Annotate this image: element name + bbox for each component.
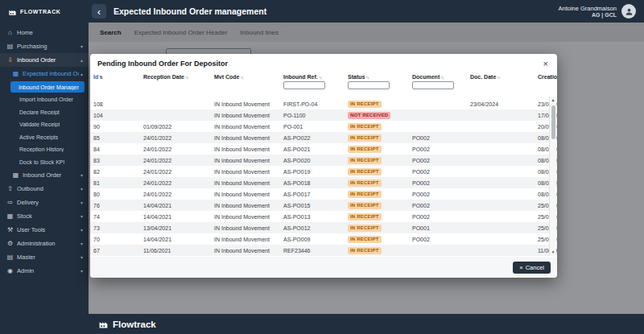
sort-icon[interactable]: ↑↓ xyxy=(319,75,322,80)
cell-inbound_ref: AS-PO021 xyxy=(280,143,345,155)
sidebar-item-master[interactable]: ▤Master▾ xyxy=(0,250,89,264)
cell-document: PO002 xyxy=(409,166,467,177)
back-button[interactable]: ‹ xyxy=(92,4,106,19)
cell-status: IN RECEIPT xyxy=(345,245,409,256)
sidebar-item-inbound-order[interactable]: ⇩Inbound Order▴ xyxy=(0,53,89,67)
cell-inbound_ref: AS-PO015 xyxy=(280,200,345,211)
sort-icon[interactable]: ⇅ xyxy=(99,75,102,80)
filter-input-document[interactable] xyxy=(412,81,454,89)
outbound-icon: ⇧ xyxy=(6,185,14,192)
cell-document: PO001 xyxy=(409,222,467,233)
cell-doc_date xyxy=(467,177,535,188)
sidebar-item-home[interactable]: ⌂Home xyxy=(0,26,89,39)
sidebar-item-active-receipts[interactable]: Active Receipts xyxy=(0,131,89,144)
table-row[interactable]: 7414/04/2021IN Inbound MovementAS-PO013I… xyxy=(90,211,557,222)
sort-icon[interactable]: ↑↓ xyxy=(185,75,188,80)
cell-status: IN RECEIPT xyxy=(345,155,409,166)
cell-document: PO002 xyxy=(409,233,467,245)
table-row[interactable]: 7614/04/2021IN Inbound MovementAS-PO015I… xyxy=(90,200,557,211)
column-header-inbound-ref[interactable]: Inbound Ref.↑↓ xyxy=(280,72,345,98)
sidebar-item-declare-receipt[interactable]: Declare Receipt xyxy=(0,106,89,119)
sidebar-item-import-inbound-order[interactable]: Import Inbound Order xyxy=(0,93,89,106)
sort-icon[interactable]: ↑↓ xyxy=(497,75,500,80)
pending-inbound-order-modal: Pending Inbound Order For Depositor × Id… xyxy=(90,54,557,278)
sidebar-item-label: Admin xyxy=(17,267,34,274)
chevron-down-icon: ▾ xyxy=(79,186,83,192)
avatar[interactable] xyxy=(621,4,636,19)
purchasing-icon: ▤ xyxy=(6,43,14,50)
scrollbar-track[interactable] xyxy=(550,104,556,249)
table-row[interactable]: 8524/01/2022IN Inbound MovementAS-PO022I… xyxy=(90,132,557,143)
sidebar-item-administration[interactable]: ⚙Administration▾ xyxy=(0,237,89,250)
column-header-status[interactable]: Status↑↓ xyxy=(345,72,409,98)
scroll-down-icon[interactable]: ▼ xyxy=(551,249,555,256)
sidebar-item-expected-inbound-order[interactable]: ▦Expected Inbound Order▴ xyxy=(0,67,89,80)
cell-reception_date: 24/01/2022 xyxy=(140,155,211,166)
scroll-up-icon[interactable]: ▲ xyxy=(551,97,555,104)
sidebar-item-reception-history[interactable]: Reception History xyxy=(0,143,89,156)
column-header-doc-date[interactable]: Doc. Date↑↓ xyxy=(467,72,535,98)
brand[interactable]: FLOWTRACK xyxy=(0,7,89,16)
table-row[interactable]: 108IN Inbound MovementFIRST-PO-04IN RECE… xyxy=(90,98,557,109)
sidebar-item-admin[interactable]: ◉Admin▾ xyxy=(0,264,89,278)
page-title: Expected Inbound Order management xyxy=(114,6,266,16)
column-label: Mvt Code xyxy=(214,74,240,80)
cell-document xyxy=(409,98,467,109)
scrollbar-thumb[interactable] xyxy=(551,105,555,139)
sidebar-item-purchasing[interactable]: ▤Purchasing▾ xyxy=(0,39,89,53)
status-badge: IN RECEIPT xyxy=(348,168,382,175)
column-header-reception-date[interactable]: Reception Date↑↓ xyxy=(140,72,211,98)
chevron-left-icon: ‹ xyxy=(97,6,101,18)
chevron-up-icon: ▴ xyxy=(79,57,83,63)
cancel-button[interactable]: × Cancel xyxy=(513,262,551,274)
column-label: Doc. Date xyxy=(470,74,496,80)
table-row[interactable]: 8424/01/2022IN Inbound MovementAS-PO021I… xyxy=(90,143,557,155)
cell-id: 67 xyxy=(90,245,140,256)
sidebar-item-user-tools[interactable]: ⚒User Tools▾ xyxy=(0,223,89,237)
table-row[interactable]: 8124/01/2022IN Inbound MovementAS-PO018I… xyxy=(90,177,557,188)
sort-icon[interactable]: ↑↓ xyxy=(365,75,369,80)
sidebar-item-label: Purchasing xyxy=(17,43,47,50)
user-info[interactable]: Antoine Grandmaison AG | GCL xyxy=(558,5,617,18)
column-label: Document xyxy=(412,74,440,80)
cell-document: PO002 xyxy=(409,132,467,143)
sidebar-item-validate-receipt[interactable]: Validate Receipt xyxy=(0,118,89,131)
table-row[interactable]: 7014/04/2021IN Inbound MovementAS-PO009I… xyxy=(90,233,557,245)
column-header-creation-date[interactable]: Creation Date↑↓ xyxy=(535,72,557,98)
modal-title: Pending Inbound Order For Depositor xyxy=(97,60,542,68)
cell-id: 84 xyxy=(90,143,140,155)
sidebar-item-dock-to-stock-kpi[interactable]: Dock to Stock KPI xyxy=(0,156,89,169)
sidebar-item-label: Inbound Order Management xyxy=(19,85,79,90)
table-row[interactable]: 9001/09/2022IN Inbound MovementPO-001IN … xyxy=(90,121,557,132)
sort-icon[interactable]: ↑↓ xyxy=(440,75,444,80)
sort-icon[interactable]: ↑↓ xyxy=(241,75,244,80)
sidebar-item-delivery[interactable]: ⇨Delivery▾ xyxy=(0,196,89,209)
user-avatar-icon xyxy=(625,7,634,16)
brand-name: FLOWTRACK xyxy=(20,9,61,14)
expected-inbound-order-icon: ▦ xyxy=(11,70,20,77)
column-header-document[interactable]: Document↑↓ xyxy=(409,72,467,98)
sidebar-item-inbound-order[interactable]: ▦Inbound Order▾ xyxy=(0,168,89,182)
column-label: Status xyxy=(348,74,365,80)
chevron-down-icon: ▾ xyxy=(79,43,83,49)
table-row[interactable]: 8024/01/2022IN Inbound MovementAS-PO017I… xyxy=(90,188,557,200)
table-header-row: Id⇅Reception Date↑↓Mvt Code↑↓Inbound Ref… xyxy=(90,72,557,98)
chevron-down-icon: ▾ xyxy=(79,254,83,260)
table-row[interactable]: 104IN Inbound MovementPO-1100NOT RECEIVE… xyxy=(90,109,557,121)
filter-input-status[interactable] xyxy=(348,81,390,89)
table-row[interactable]: 8324/01/2022IN Inbound MovementAS-PO020I… xyxy=(90,155,557,166)
table-scrollbar[interactable]: ▲ ▼ xyxy=(549,97,556,256)
column-header-mvt-code[interactable]: Mvt Code↑↓ xyxy=(211,72,280,98)
sidebar-item-stock[interactable]: ▦Stock▾ xyxy=(0,209,89,223)
sidebar-item-inbound-order-management[interactable]: Inbound Order Management xyxy=(10,81,85,93)
cell-reception_date xyxy=(140,109,211,121)
modal-footer: × Cancel xyxy=(90,257,557,278)
table-row[interactable]: 8224/01/2022IN Inbound MovementAS-PO019I… xyxy=(90,166,557,177)
cell-document: PO002 xyxy=(409,155,467,166)
close-icon[interactable]: × xyxy=(542,59,550,68)
table-row[interactable]: 6711/06/2021IN Inbound MovementREF23446I… xyxy=(90,245,557,256)
table-row[interactable]: 7313/04/2021IN Inbound MovementAS-PO012I… xyxy=(90,222,557,233)
filter-input-inbound-ref[interactable] xyxy=(283,81,325,89)
column-header-id[interactable]: Id⇅ xyxy=(90,72,140,98)
sidebar-item-outbound[interactable]: ⇧Outbound▾ xyxy=(0,182,89,196)
